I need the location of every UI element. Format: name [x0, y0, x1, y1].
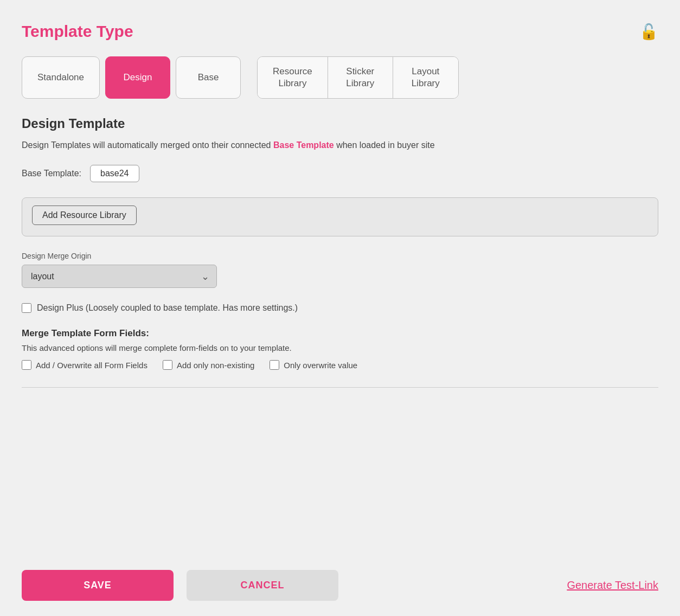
section-title: Design Template — [22, 116, 658, 131]
save-button[interactable]: SAVE — [22, 570, 174, 601]
lock-icon: 🔓 — [639, 22, 658, 41]
merge-check-label-0: Add / Overwrite all Form Fields — [36, 361, 147, 370]
template-type-row: Standalone Design Base ResourceLibrary S… — [22, 56, 658, 99]
type-btn-base[interactable]: Base — [176, 56, 241, 99]
resource-library-box: Add Resource Library — [22, 197, 658, 236]
design-plus-row: Design Plus (Loosely coupled to base tem… — [22, 303, 658, 313]
footer: SAVE CANCEL Generate Test-Link — [0, 555, 680, 616]
merge-template-title: Merge Template Form Fields: — [22, 328, 658, 339]
merge-check-item-0: Add / Overwrite all Form Fields — [22, 360, 147, 370]
type-btn-resource-library[interactable]: ResourceLibrary — [258, 57, 328, 98]
design-plus-label: Design Plus (Loosely coupled to base tem… — [37, 303, 298, 313]
header-row: Template Type 🔓 — [22, 22, 658, 41]
merge-check-item-2: Only overwrite value — [270, 360, 357, 370]
cancel-button[interactable]: CANCEL — [187, 570, 338, 601]
merge-check-item-1: Add only non-existing — [163, 360, 254, 370]
base-template-label: Base Template: — [22, 169, 81, 178]
merge-check-overwrite-value[interactable] — [270, 360, 279, 370]
type-btn-group-libraries: ResourceLibrary StickerLibrary LayoutLib… — [257, 56, 459, 99]
type-btn-design[interactable]: Design — [105, 56, 170, 99]
design-plus-checkbox[interactable] — [22, 303, 31, 313]
section-description: Design Templates will automatically merg… — [22, 139, 658, 152]
merge-checkboxes-group: Add / Overwrite all Form Fields Add only… — [22, 360, 658, 370]
generate-test-link[interactable]: Generate Test-Link — [567, 579, 658, 592]
base-template-value: base24 — [90, 165, 139, 182]
base-template-row: Base Template: base24 — [22, 165, 658, 182]
type-btn-layout-library[interactable]: LayoutLibrary — [393, 57, 458, 98]
merge-check-label-1: Add only non-existing — [177, 361, 254, 370]
merge-check-label-2: Only overwrite value — [284, 361, 357, 370]
add-resource-library-button[interactable]: Add Resource Library — [32, 206, 137, 225]
design-merge-origin-wrapper: layout design base ⌄ — [22, 265, 217, 288]
design-merge-origin-label: Design Merge Origin — [22, 252, 658, 260]
merge-template-description: This advanced options will merge complet… — [22, 343, 658, 352]
footer-divider — [22, 387, 658, 388]
type-btn-standalone[interactable]: Standalone — [22, 56, 100, 99]
page-title: Template Type — [22, 22, 133, 41]
design-merge-origin-select[interactable]: layout design base — [22, 265, 217, 288]
type-btn-sticker-library[interactable]: StickerLibrary — [328, 57, 393, 98]
merge-check-overwrite-all[interactable] — [22, 360, 31, 370]
merge-check-non-existing[interactable] — [163, 360, 172, 370]
merge-template-section: Merge Template Form Fields: This advance… — [22, 328, 658, 370]
